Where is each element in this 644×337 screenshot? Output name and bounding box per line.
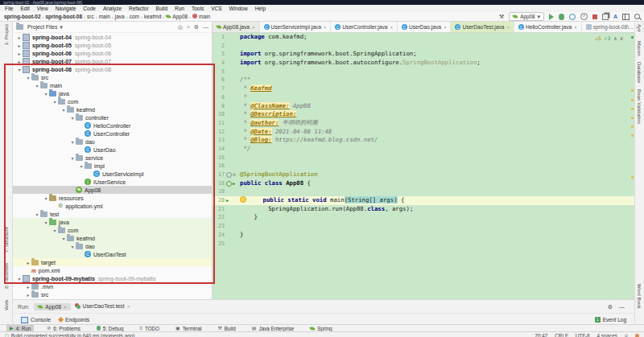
code-editor[interactable]: ⚠5 ✓3 ∧ ∨ 1package com.keafmd;23import o…: [213, 33, 634, 300]
tree-item-dao[interactable]: ▾dao: [13, 138, 212, 146]
menu-item-run[interactable]: Run: [175, 6, 184, 11]
tool-strip-1-project[interactable]: 1: Project: [3, 24, 9, 45]
error-stripe[interactable]: [630, 33, 634, 300]
tree-collapsed-arrow[interactable]: ▸: [16, 59, 23, 64]
tree-expanded-arrow[interactable]: ▾: [52, 99, 58, 105]
code-line-3[interactable]: 3import org.springframework.boot.SpringA…: [213, 50, 634, 59]
subtab-endpoints[interactable]: Endpoints: [59, 317, 89, 323]
close-icon[interactable]: ×: [444, 25, 447, 30]
tree-item-src[interactable]: ▸src: [13, 290, 212, 298]
code-line-24[interactable]: 24}: [213, 231, 634, 240]
tree-item-main[interactable]: ▾main: [13, 81, 212, 89]
close-icon[interactable]: ×: [324, 25, 327, 30]
menu-item-refactor[interactable]: Refactor: [129, 6, 149, 11]
tool-strip-bean-validation[interactable]: Bean Validation: [637, 89, 642, 124]
breadcrumb-item-main[interactable]: main: [192, 14, 210, 19]
tool-strip-word-book[interactable]: Word Book: [637, 284, 642, 309]
tree-expanded-arrow[interactable]: ▾: [43, 220, 49, 225]
tree-item-resources[interactable]: ▾resources: [13, 194, 212, 202]
collapse-all-icon[interactable]: ÷: [187, 24, 190, 31]
build-hammer-icon[interactable]: ⚒: [499, 14, 504, 19]
stripe-mark[interactable]: [631, 99, 634, 101]
editor-tab-UserServiceImpl.java[interactable]: CUserServiceImpl.java×: [260, 22, 332, 32]
menu-item-analyze[interactable]: Analyze: [103, 6, 122, 11]
tree-expanded-arrow[interactable]: ▾: [60, 107, 67, 113]
tool-strip-web[interactable]: Web: [3, 300, 9, 310]
stripe-mark[interactable]: [631, 117, 634, 119]
run-config-selector[interactable]: App08▾: [509, 12, 544, 21]
tree-expanded-arrow[interactable]: ▾: [78, 163, 85, 169]
next-inspection-arrow[interactable]: ∨: [620, 35, 623, 43]
editor-tab-App08.java[interactable]: App08.java×: [213, 22, 260, 32]
tree-collapsed-arrow[interactable]: ▸: [16, 43, 23, 48]
menu-item-navigate[interactable]: Navigate: [56, 6, 76, 11]
code-line-19[interactable]: 19: [213, 187, 634, 196]
breadcrumb-item-keafmd[interactable]: keafmd: [144, 14, 161, 19]
search-icon[interactable]: [634, 14, 640, 19]
menu-item-help[interactable]: Help: [255, 6, 266, 11]
code-line-14[interactable]: 14 */: [213, 145, 634, 154]
inspection-status-icon[interactable]: [635, 334, 639, 337]
tree-collapsed-arrow[interactable]: ▸: [25, 284, 31, 290]
breadcrumb-item-com[interactable]: com: [130, 14, 139, 19]
code-line-1[interactable]: 1package com.keafmd;: [213, 33, 634, 42]
encoding-selector[interactable]: UTF-8: [576, 333, 590, 337]
stripe-mark[interactable]: [631, 134, 634, 137]
code-line-22[interactable]: 22 }: [213, 213, 634, 222]
breadcrumb-item-App08[interactable]: App08: [166, 14, 188, 19]
tree-collapsed-arrow[interactable]: ▸: [25, 292, 31, 298]
breadcrumb-item-spring-boot-08[interactable]: spring-boot-08: [46, 14, 83, 19]
project-view-selector[interactable]: Project Files: [27, 24, 57, 30]
locate-icon[interactable]: ◎: [178, 24, 183, 31]
chevron-down-icon[interactable]: ▾: [60, 24, 63, 30]
settings-gear-icon[interactable]: ⚙: [194, 24, 199, 31]
intention-bulb-icon[interactable]: [240, 196, 246, 203]
breadcrumb-item-src[interactable]: src: [87, 14, 94, 19]
line-ending-selector[interactable]: CRLF: [555, 333, 568, 337]
spring-bean-gutter-icon[interactable]: [226, 181, 232, 187]
run-tab-App08[interactable]: App08×: [34, 303, 70, 310]
tree-item-spring-boot-04[interactable]: ▸spring-boot-04spring-boot-04: [13, 33, 212, 41]
tree-item-pom.xml[interactable]: mpom.xml: [13, 266, 212, 274]
editor-tab-UserDaoTest.java[interactable]: CUserDaoTest.java×: [451, 22, 514, 32]
close-icon[interactable]: ×: [127, 304, 130, 309]
run-gutter-icon[interactable]: ▶: [233, 179, 235, 188]
tree-expanded-arrow[interactable]: ▾: [34, 212, 40, 217]
stripe-mark[interactable]: [631, 36, 634, 39]
stripe-mark[interactable]: [631, 108, 634, 110]
copy-icon[interactable]: [602, 14, 609, 20]
tree-item-UserDaoTest[interactable]: CUserDaoTest: [13, 250, 212, 258]
code-line-21[interactable]: 21 SpringApplication.run(App08.class, ar…: [213, 205, 634, 214]
editor-tab-spring-boot-08...[interactable]: spring-boot-08\...×: [582, 22, 643, 32]
project-panel-header[interactable]: Project Files ▾ ◎÷⚙—: [13, 22, 212, 33]
coverage-button[interactable]: [569, 14, 576, 20]
tree-item-spring-boot-06[interactable]: ▸spring-boot-06spring-boot-06: [13, 49, 212, 57]
inspection-widget[interactable]: ⚠5 ✓3 ∧ ∨: [595, 35, 623, 43]
tree-expanded-arrow[interactable]: ▾: [43, 91, 49, 97]
editor-tab-HelloController.java[interactable]: CHelloController.java×: [514, 22, 582, 32]
tree-collapsed-arrow[interactable]: ▸: [16, 35, 23, 40]
tree-item-App08[interactable]: App08: [13, 186, 212, 194]
tree-item-src[interactable]: ▾src: [13, 73, 212, 81]
config-gutter-icon[interactable]: [226, 172, 232, 178]
tree-item-UserDao[interactable]: CUserDao: [13, 146, 212, 154]
tree-item-spring-boot-05[interactable]: ▸spring-boot-05spring-boot-05: [13, 41, 212, 49]
tree-item-HelloController[interactable]: CHelloController: [13, 121, 212, 129]
code-line-25[interactable]: 25: [213, 240, 634, 249]
tree-item-spring-boot-09-mybatis[interactable]: ▾spring-boot-09-mybatisspring-boot-09-my…: [13, 274, 212, 282]
menu-item-tools[interactable]: Tools: [192, 6, 204, 11]
menu-item-window[interactable]: Window: [229, 6, 248, 11]
event-log-button[interactable]: 1 Event Log: [595, 317, 626, 323]
indent-selector[interactable]: 4 spaces: [597, 333, 617, 337]
close-icon[interactable]: ×: [506, 25, 510, 30]
stripe-mark[interactable]: [631, 176, 634, 179]
code-line-17[interactable]: 17⚙@SpringBootApplication: [213, 171, 634, 179]
tree-expanded-arrow[interactable]: ▾: [16, 276, 23, 282]
caret-position[interactable]: 20:42: [535, 333, 548, 337]
code-line-6[interactable]: 6/**: [213, 76, 634, 84]
close-icon[interactable]: ×: [574, 25, 577, 30]
gear-icon[interactable]: ⚙: [608, 304, 613, 310]
tree-item-dao[interactable]: ▾dao: [13, 242, 212, 250]
tree-item-com[interactable]: ▾com: [13, 226, 212, 234]
tree-item-service[interactable]: ▾service: [13, 154, 212, 162]
